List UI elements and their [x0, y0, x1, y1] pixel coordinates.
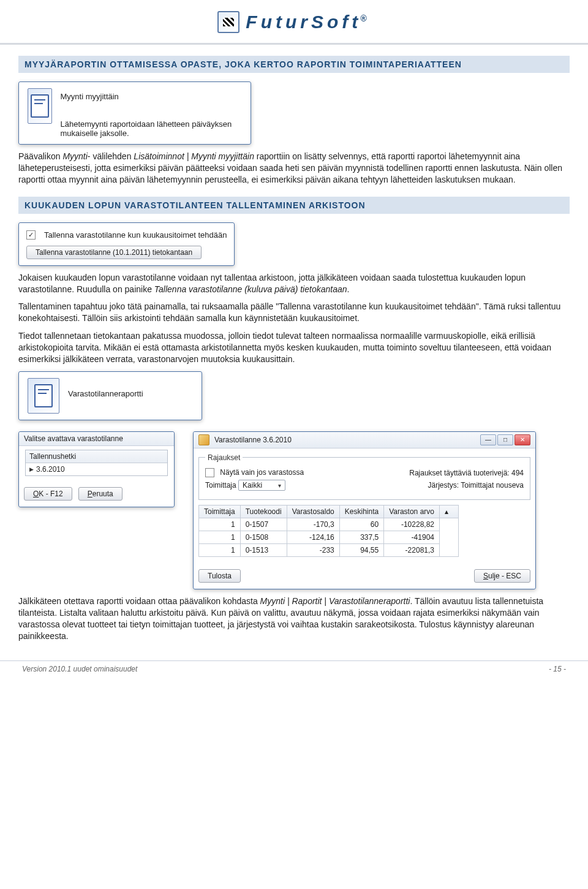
report-button-panel: Varastotilanneraportti	[18, 371, 202, 420]
document-icon	[28, 378, 59, 414]
snapshot-list[interactable]: Tallennushetki 3.6.2010	[25, 450, 168, 476]
snapshot-col-header: Tallennushetki	[26, 450, 167, 463]
only-stock-checkbox[interactable]	[205, 468, 214, 477]
ok-button[interactable]: OK - F12	[24, 487, 72, 501]
brand-name: FuturSoft®	[246, 12, 370, 32]
filters-legend: Rajaukset	[205, 453, 243, 462]
save-snapshot-button[interactable]: Tallenna varastotilanne (10.1.2011) tiet…	[26, 246, 202, 259]
document-icon	[28, 88, 52, 124]
report-dialog: Varastotilanne 3.6.2010 — □ ✕ Rajaukset …	[193, 431, 536, 589]
table-row[interactable]: 1 0-1513 -233 94,55 -22081,3	[199, 544, 459, 557]
footer-rule	[0, 660, 588, 661]
supplier-label: Toimittaja	[205, 481, 236, 490]
rows-count-label: Rajaukset täyttäviä tuoterivejä: 494	[409, 469, 524, 477]
panel-title: Myynti myyjittäin	[61, 92, 243, 101]
col-varaston-arvo[interactable]: Varaston arvo	[384, 505, 440, 518]
table-row[interactable]: 1 0-1507 -170,3 60 -10228,82	[199, 518, 459, 531]
divider	[0, 43, 588, 45]
footer-page: - 15 -	[549, 665, 566, 673]
archive-checkbox[interactable]: ✓	[26, 230, 36, 240]
section2-title: KUUKAUDEN LOPUN VARASTOTILANTEEN TALLENT…	[18, 197, 570, 214]
after-paragraph: Jälkikäteen otettava raportti voidaan ot…	[18, 596, 570, 642]
section1-paragraph: Päävalikon Myynti- välilehden Lisätoimin…	[18, 151, 570, 186]
order-label: Järjestys: Toimittajat nouseva	[428, 481, 524, 490]
col-toimittaja[interactable]: Toimittaja	[199, 505, 241, 518]
section2-p3: Tiedot tallennetaan tietokantaan pakatus…	[18, 330, 570, 365]
page-footer: Version 2010.1 uudet ominaisuudet - 15 -	[18, 665, 570, 673]
table-header-row: Toimittaja Tuotekoodi Varastosaldo Keski…	[199, 505, 459, 518]
supplier-dropdown[interactable]: Kaikki	[238, 480, 285, 491]
dialog-title: Valitse avattava varastotilanne	[24, 434, 123, 443]
brand-icon	[217, 11, 239, 33]
sales-report-panel: Myynti myyjittäin Lähetemyynti raportoid…	[18, 81, 251, 145]
section2-p1: Jokaisen kuukauden lopun varastotilanne …	[18, 272, 570, 295]
snapshot-row[interactable]: 3.6.2010	[26, 463, 167, 475]
report-table: Toimittaja Tuotekoodi Varastosaldo Keski…	[198, 505, 459, 557]
brand-header: FuturSoft®	[18, 0, 570, 40]
print-button[interactable]: Tulosta	[198, 569, 241, 583]
only-stock-label: Näytä vain jos varastossa	[220, 468, 304, 477]
cancel-button[interactable]: Peruuta	[78, 487, 123, 501]
minimize-button[interactable]: —	[480, 434, 496, 445]
report-button-label[interactable]: Varastotilanneraportti	[68, 389, 143, 398]
scrollbar-up-icon[interactable]: ▴	[439, 505, 458, 518]
maximize-button[interactable]: □	[497, 434, 513, 445]
footer-left: Version 2010.1 uudet ominaisuudet	[22, 665, 137, 673]
close-esc-button[interactable]: Sulje - ESC	[474, 569, 530, 583]
report-dialog-title: Varastotilanne 3.6.2010	[214, 436, 292, 444]
col-varastosaldo[interactable]: Varastosaldo	[287, 505, 339, 518]
section2-p2: Tallentaminen tapahtuu joko tätä painama…	[18, 301, 570, 324]
col-tuotekoodi[interactable]: Tuotekoodi	[240, 505, 287, 518]
window-icon	[198, 434, 209, 445]
section1-title: MYYJÄRAPORTIN OTTAMISESSA OPASTE, JOKA K…	[18, 56, 570, 73]
archive-checkbox-label: Tallenna varastotilanne kun kuukausitoim…	[44, 230, 227, 240]
col-keskihinta[interactable]: Keskihinta	[339, 505, 383, 518]
filters-fieldset: Rajaukset Näytä vain jos varastossa Raja…	[198, 453, 530, 500]
scrollbar-track[interactable]	[439, 518, 458, 557]
window-controls: — □ ✕	[480, 434, 530, 445]
close-button[interactable]: ✕	[514, 434, 530, 445]
archive-panel: ✓ Tallenna varastotilanne kun kuukausito…	[18, 222, 235, 266]
table-row[interactable]: 1 0-1508 -124,16 337,5 -41904	[199, 531, 459, 544]
panel-desc: Lähetemyynti raportoidaan lähetteen päiv…	[61, 119, 243, 138]
select-snapshot-dialog: Valitse avattava varastotilanne Tallennu…	[18, 431, 175, 507]
